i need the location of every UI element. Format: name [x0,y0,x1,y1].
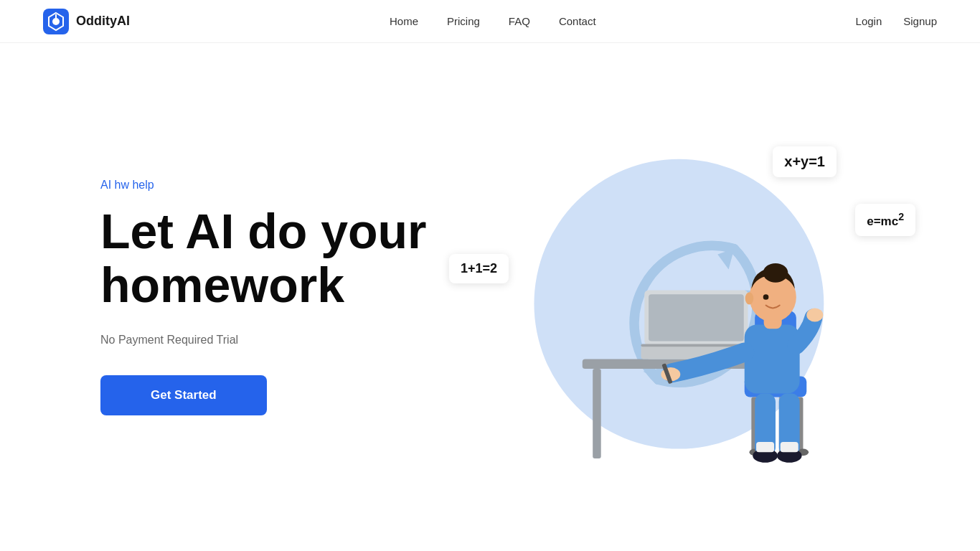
hero-title-line2: homework [100,258,344,312]
get-started-button[interactable]: Get Started [100,375,267,415]
math-bubble-3: e=mc2 [855,204,915,236]
nav-pricing[interactable]: Pricing [447,15,480,27]
nav-faq[interactable]: FAQ [509,15,530,27]
bubble3-text: e=mc2 [867,215,904,228]
signup-link[interactable]: Signup [903,15,937,27]
hero-title-line1: Let AI do your [100,204,427,258]
nav-home[interactable]: Home [390,15,418,27]
svg-rect-7 [593,369,601,458]
navbar: OddityAI Home Pricing FAQ Contact Login … [0,0,980,43]
hero-content: AI hw help Let AI do your homework No Pa… [100,179,459,415]
svg-rect-25 [745,324,800,393]
nav-contact[interactable]: Contact [559,15,596,27]
svg-rect-23 [756,442,774,452]
nav-links: Home Pricing FAQ Contact [390,15,596,27]
math-bubble-2: 1+1=2 [449,254,509,283]
hero-subtitle: No Payment Required Trial [100,334,238,347]
svg-point-31 [763,263,788,283]
math-bubble-1: x+y=1 [773,146,837,177]
brand-logo[interactable]: OddityAI [43,9,130,34]
logo-icon [43,9,69,34]
login-link[interactable]: Login [856,15,882,27]
hero-title: Let AI do your homework [100,204,427,312]
hero-section: AI hw help Let AI do your homework No Pa… [0,43,980,551]
svg-point-28 [806,308,823,321]
svg-point-33 [745,292,754,304]
hero-tag: AI hw help [100,179,154,192]
hero-illustration: x+y=1 1+1=2 e=mc2 [463,118,894,476]
brand-name: OddityAI [76,14,130,29]
svg-rect-11 [649,294,744,341]
svg-rect-24 [781,442,798,452]
svg-point-1 [52,18,60,25]
svg-point-32 [763,294,769,300]
nav-auth: Login Signup [856,15,937,27]
